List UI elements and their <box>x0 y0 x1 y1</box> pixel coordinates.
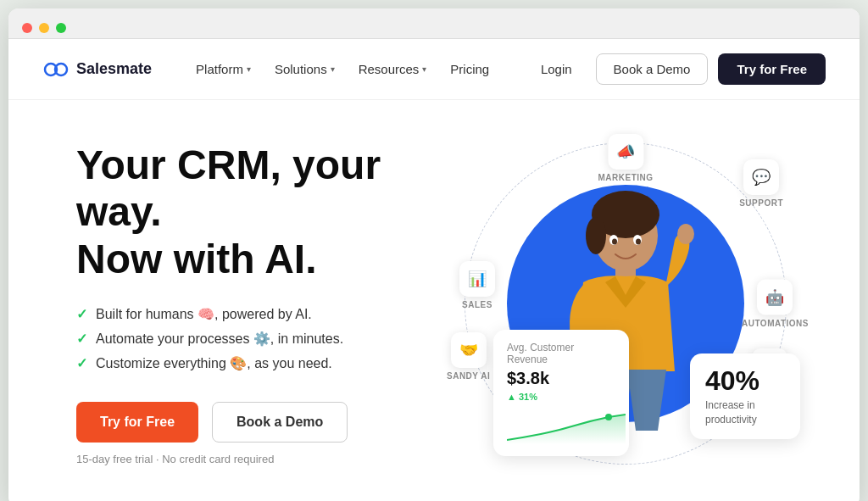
hero-buttons: Try for Free Book a Demo <box>76 402 442 443</box>
hero-left: Your CRM, your way. Now with AI. ✓ Built… <box>76 142 442 465</box>
productivity-text: Increase in productivity <box>705 398 785 427</box>
page-content: Salesmate Platform ▾ Solutions ▾ Resourc… <box>8 39 860 501</box>
svg-point-4 <box>586 217 606 254</box>
automations-icon-box: 🤖 <box>757 280 793 315</box>
svg-point-10 <box>636 239 641 245</box>
nav-item-solutions[interactable]: Solutions ▾ <box>264 55 345 83</box>
orbit-automations: 🤖 AUTOMATIONS <box>742 280 809 328</box>
maximize-button[interactable] <box>56 23 66 33</box>
hero-title: Your CRM, your way. Now with AI. <box>76 142 442 282</box>
close-button[interactable] <box>22 23 32 33</box>
feature-item: ✓ Built for humans 🧠, powered by AI. <box>76 306 442 322</box>
hero-try-free-button[interactable]: Try for Free <box>76 402 198 443</box>
nav-item-platform[interactable]: Platform ▾ <box>186 55 261 83</box>
chevron-down-icon: ▾ <box>247 64 251 74</box>
nav-right: Login Book a Demo Try for Free <box>527 53 826 85</box>
chevron-down-icon: ▾ <box>331 64 335 74</box>
check-icon: ✓ <box>76 306 87 322</box>
svg-point-11 <box>605 414 612 420</box>
sandy-ai-icon-box: 🤝 <box>451 332 487 368</box>
productivity-card: 40% Increase in productivity <box>690 353 800 439</box>
orbit-sandy-ai: 🤝 SANDY AI <box>447 332 490 381</box>
marketing-icon-box: 📣 <box>608 134 643 170</box>
svg-point-6 <box>677 224 694 244</box>
revenue-badge: ▲ 31% <box>507 392 537 402</box>
revenue-card: Avg. Customer Revenue $3.8k ▲ 31% <box>493 330 629 456</box>
navigation: Salesmate Platform ▾ Solutions ▾ Resourc… <box>8 39 860 100</box>
hero-right: 📣 MARKETING 💬 SUPPORT 🤖 AUTOMATIONS 👁️ I… <box>442 125 809 482</box>
minimize-button[interactable] <box>39 23 49 33</box>
logo-text: Salesmate <box>76 60 152 78</box>
hero-book-demo-button[interactable]: Book a Demo <box>212 402 348 443</box>
nav-links: Platform ▾ Solutions ▾ Resources ▾ Prici… <box>186 55 527 83</box>
login-button[interactable]: Login <box>527 55 586 83</box>
arrow-up-icon: ▲ <box>507 392 516 402</box>
check-icon: ✓ <box>76 331 87 347</box>
book-demo-button[interactable]: Book a Demo <box>596 53 709 85</box>
feature-item: ✓ Automate your processes ⚙️, in minutes… <box>76 331 442 347</box>
orbit-sales: 📊 SALES <box>459 261 495 309</box>
revenue-chart <box>507 410 615 444</box>
support-icon-box: 💬 <box>743 159 779 195</box>
revenue-card-value: $3.8k <box>507 369 615 388</box>
check-icon: ✓ <box>76 355 87 371</box>
browser-chrome <box>8 8 860 39</box>
logo[interactable]: Salesmate <box>42 56 152 83</box>
nav-item-pricing[interactable]: Pricing <box>440 55 499 83</box>
orbit-marketing: 📣 MARKETING <box>598 134 653 182</box>
svg-point-9 <box>612 239 617 245</box>
nav-item-resources[interactable]: Resources ▾ <box>348 55 437 83</box>
productivity-percent: 40% <box>705 365 785 397</box>
hero-features: ✓ Built for humans 🧠, powered by AI. ✓ A… <box>76 306 442 371</box>
trial-note: 15-day free trial · No credit card requi… <box>76 453 442 465</box>
revenue-card-title: Avg. Customer Revenue <box>507 342 615 365</box>
orbit-support: 💬 SUPPORT <box>739 159 783 208</box>
chevron-down-icon: ▾ <box>422 64 426 74</box>
feature-item: ✓ Customize everything 🎨, as you need. <box>76 355 442 371</box>
try-free-button[interactable]: Try for Free <box>718 53 826 85</box>
sales-icon-box: 📊 <box>459 261 495 297</box>
hero-section: Your CRM, your way. Now with AI. ✓ Built… <box>8 100 860 501</box>
